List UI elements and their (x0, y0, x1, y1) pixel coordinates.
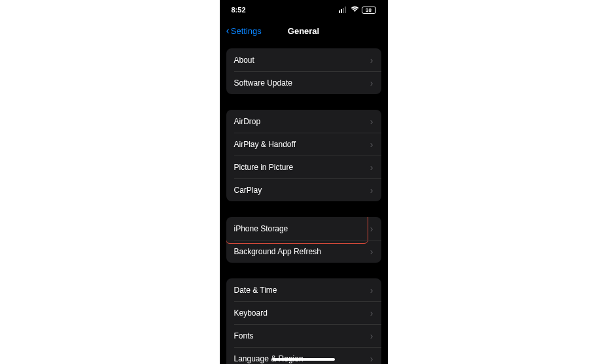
chevron-right-icon: › (370, 354, 373, 364)
row-label: About (234, 56, 254, 65)
svg-rect-3 (345, 7, 346, 13)
row-about[interactable]: About › (226, 48, 381, 71)
svg-rect-2 (343, 8, 344, 13)
chevron-right-icon: › (370, 139, 373, 150)
settings-group-system: Date & Time › Keyboard › Fonts › Languag… (226, 278, 381, 364)
settings-group-storage: iPhone Storage › Background App Refresh … (226, 217, 381, 263)
chevron-right-icon: › (370, 185, 373, 195)
row-label: Date & Time (234, 286, 277, 295)
row-language-region[interactable]: Language & Region › (226, 347, 381, 364)
row-label: CarPlay (234, 186, 262, 195)
row-label: Picture in Picture (234, 163, 294, 172)
signal-icon (339, 7, 348, 13)
home-indicator[interactable] (272, 358, 335, 361)
settings-group-about: About › Software Update › (226, 48, 381, 94)
row-label: Fonts (234, 331, 254, 340)
row-label: iPhone Storage (234, 224, 288, 233)
nav-bar: ‹ Settings General (220, 20, 388, 42)
svg-rect-0 (339, 10, 340, 13)
svg-rect-1 (341, 9, 342, 13)
status-time: 8:52 (232, 6, 246, 14)
chevron-right-icon: › (370, 55, 373, 65)
row-label: Software Update (234, 78, 292, 88)
chevron-right-icon: › (370, 246, 373, 257)
page-title: General (288, 26, 319, 36)
row-software-update[interactable]: Software Update › (226, 71, 381, 94)
chevron-right-icon: › (370, 78, 373, 88)
wifi-icon (351, 6, 359, 14)
row-fonts[interactable]: Fonts › (226, 324, 381, 347)
settings-group-connectivity: AirDrop › AirPlay & Handoff › Picture in… (226, 110, 381, 201)
row-background-app-refresh[interactable]: Background App Refresh › (226, 240, 381, 263)
chevron-right-icon: › (370, 285, 373, 295)
row-date-time[interactable]: Date & Time › (226, 278, 381, 301)
status-right: 38 (339, 6, 376, 14)
row-label: AirDrop (234, 117, 261, 126)
chevron-right-icon: › (370, 331, 373, 341)
row-carplay[interactable]: CarPlay › (226, 178, 381, 201)
chevron-right-icon: › (370, 162, 373, 173)
row-label: Keyboard (234, 308, 268, 318)
chevron-right-icon: › (370, 308, 373, 318)
back-button[interactable]: ‹ Settings (226, 25, 262, 36)
phone-screen: 8:52 38 ‹ Settings General About › (220, 0, 388, 364)
row-label: AirPlay & Handoff (234, 140, 296, 149)
back-label: Settings (231, 26, 262, 36)
battery-icon: 38 (362, 7, 376, 14)
row-airplay-handoff[interactable]: AirPlay & Handoff › (226, 133, 381, 156)
row-label: Background App Refresh (234, 247, 321, 256)
row-keyboard[interactable]: Keyboard › (226, 301, 381, 324)
chevron-right-icon: › (370, 223, 373, 234)
row-iphone-storage[interactable]: iPhone Storage › (226, 217, 381, 240)
row-airdrop[interactable]: AirDrop › (226, 110, 381, 133)
settings-content: About › Software Update › AirDrop › AirP… (220, 42, 388, 364)
chevron-left-icon: ‹ (226, 25, 230, 36)
chevron-right-icon: › (370, 116, 373, 127)
row-picture-in-picture[interactable]: Picture in Picture › (226, 156, 381, 178)
status-bar: 8:52 38 (220, 0, 388, 20)
